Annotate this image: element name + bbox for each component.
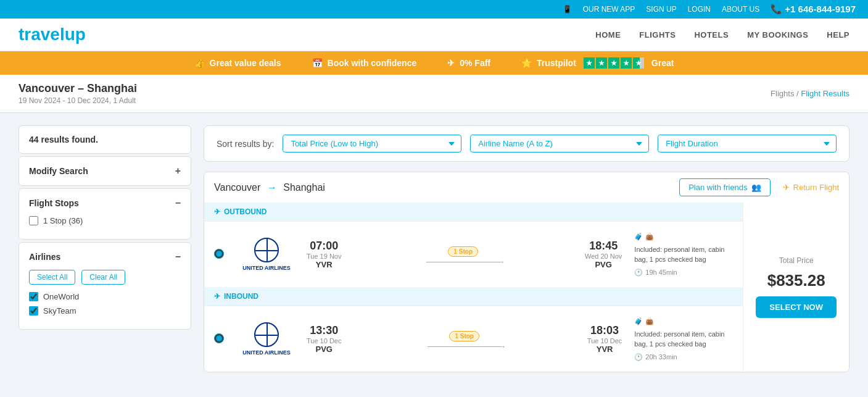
nav-help[interactable]: HELP: [827, 30, 849, 40]
inbound-airline-name: UNITED AIRLINES: [242, 349, 291, 356]
inbound-duration-text: 20h 33min: [645, 352, 677, 362]
outbound-arrive: 18:45 Wed 20 Nov PVG: [585, 240, 622, 269]
our-new-app-link[interactable]: OUR NEW APP: [583, 5, 635, 14]
route-arrow-icon: →: [267, 182, 277, 193]
inbound-baggage: 🧳 👜 Included: personal item, cabin bag, …: [634, 316, 733, 362]
results-panel: Sort results by: Total Price (Low to Hig…: [204, 125, 849, 382]
outbound-depart-time: 07:00: [307, 240, 341, 253]
select-now-button[interactable]: SELECT NOW: [756, 296, 837, 318]
inbound-stop-line: 1 Stop →: [350, 331, 578, 347]
star-1: ★: [584, 57, 595, 69]
trustpilot-rating: Great: [651, 58, 674, 68]
outbound-plane-icon: ✈: [214, 207, 220, 216]
mobile-app-icon: 📱: [563, 5, 572, 14]
nav-flights[interactable]: FLIGHTS: [639, 30, 676, 40]
airlines-label: Airlines: [29, 252, 60, 262]
outbound-arrow-icon: →: [497, 257, 505, 267]
flight-stops-section: Flight Stops − 1 Stop (36): [19, 188, 191, 240]
outbound-depart-airport: YVR: [307, 260, 341, 269]
flight-card-body: ✈ OUTBOUND UNITED AIRLINES: [204, 203, 849, 372]
outbound-select-radio[interactable]: [214, 249, 226, 261]
main-nav: HOME FLIGHTS HOTELS MY BOOKINGS HELP: [595, 30, 849, 40]
inbound-arrive-day: Tue 10 Dec: [587, 337, 622, 345]
star-2: ★: [596, 57, 607, 69]
flight-card-header: Vancouver → Shanghai Plan with friends 👥…: [204, 172, 849, 203]
sidebar: 44 results found. Modify Search + Flight…: [19, 125, 191, 382]
outbound-arrive-time: 18:45: [585, 240, 622, 253]
results-count: 44 results found.: [19, 125, 191, 154]
modify-search-toggle[interactable]: +: [175, 165, 181, 177]
skyteam-row: SkyTeam: [29, 306, 181, 316]
search-header: Vancouver – Shanghai 19 Nov 2024 - 10 De…: [0, 75, 868, 113]
promo-banner: 👍 Great value deals 📅 Book with confiden…: [0, 51, 868, 75]
top-bar: 📱 OUR NEW APP SIGN UP LOGIN ABOUT US 📞 +…: [0, 0, 868, 19]
sort-airline-select[interactable]: Airline Name (A to Z): [470, 135, 649, 153]
nav-bookings[interactable]: MY BOOKINGS: [747, 30, 808, 40]
promo-fee-text: 0% Faff: [460, 58, 490, 68]
select-all-button[interactable]: Select All: [29, 270, 75, 285]
flight-stops-label: Flight Stops: [29, 198, 79, 208]
airlines-section: Airlines − Select All Clear All OneWorld…: [19, 242, 191, 330]
return-flight-link[interactable]: ✈ Return Flight: [783, 183, 839, 192]
price-panel: Total Price $835.28 SELECT NOW: [743, 203, 849, 372]
sort-duration-select[interactable]: Flight Duration: [658, 135, 837, 153]
breadcrumb-results: Flight Results: [801, 89, 849, 98]
outbound-depart: 07:00 Tue 19 Nov YVR: [307, 240, 341, 269]
stop-option-row: 1 Stop (36): [29, 216, 181, 225]
oneworld-row: OneWorld: [29, 292, 181, 301]
stop-checkbox[interactable]: [29, 216, 38, 225]
flight-stops-body: 1 Stop (36): [29, 216, 181, 225]
sort-price-select[interactable]: Total Price (Low to High): [283, 135, 461, 153]
inbound-header: ✈ INBOUND: [204, 287, 743, 306]
route-subtitle: 19 Nov 2024 - 10 Dec 2024, 1 Adult: [19, 96, 137, 105]
sort-bar: Sort results by: Total Price (Low to Hig…: [204, 125, 849, 162]
skyteam-label: SkyTeam: [43, 306, 76, 316]
oneworld-checkbox[interactable]: [29, 292, 38, 301]
route-title: Vancouver – Shanghai: [19, 82, 137, 95]
inbound-arrow-icon: →: [498, 341, 506, 351]
plan-friends-button[interactable]: Plan with friends 👥: [679, 178, 770, 196]
star-4: ★: [621, 57, 632, 69]
inbound-row: UNITED AIRLINES 13:30 Tue 10 Dec PVG 1 S…: [204, 306, 743, 372]
trustpilot-label: Trustpilot: [537, 58, 576, 68]
plane-icon: ✈: [447, 58, 455, 68]
outbound-header: ✈ OUTBOUND: [204, 203, 743, 221]
login-link[interactable]: LOGIN: [688, 5, 711, 14]
inbound-depart-time: 13:30: [307, 324, 341, 337]
flight-stops-toggle[interactable]: −: [175, 198, 181, 209]
clear-all-button[interactable]: Clear All: [81, 270, 125, 285]
airline-actions: Select All Clear All: [29, 270, 181, 285]
calendar-icon: 📅: [312, 58, 323, 68]
skyteam-checkbox[interactable]: [29, 306, 38, 316]
nav-hotels[interactable]: HOTELS: [694, 30, 729, 40]
promo-deals-text: Great value deals: [210, 58, 281, 68]
logo: travelup: [19, 25, 86, 44]
inbound-arrive: 18:03 Tue 10 Dec YVR: [587, 324, 622, 354]
return-flight-label: Return Flight: [793, 183, 839, 192]
card-from: Vancouver: [214, 182, 260, 193]
inbound-times: 13:30 Tue 10 Dec PVG 1 Stop →: [307, 324, 622, 354]
promo-deals: 👍 Great value deals: [194, 58, 281, 68]
plane-return-icon: ✈: [783, 183, 790, 192]
promo-confidence-text: Book with confidence: [328, 58, 417, 68]
phone-number: 📞 +1 646-844-9197: [771, 4, 856, 15]
signup-link[interactable]: SIGN UP: [646, 5, 676, 14]
nav-home[interactable]: HOME: [595, 30, 621, 40]
oneworld-label: OneWorld: [43, 292, 79, 301]
breadcrumb-flights[interactable]: Flights: [771, 89, 794, 98]
inbound-stop-badge: 1 Stop: [449, 331, 479, 341]
airlines-toggle[interactable]: −: [175, 251, 181, 262]
outbound-label: OUTBOUND: [224, 207, 267, 216]
inbound-baggage-text: Included: personal item, cabin bag, 1 pc…: [634, 330, 724, 348]
inbound-arrive-airport: YVR: [587, 345, 622, 354]
outbound-duration: 🕐 19h 45min: [634, 267, 733, 278]
checked-bag-icon: 👜: [645, 232, 654, 242]
trustpilot-stars: ★ ★ ★ ★ ★: [584, 57, 644, 69]
inbound-personal-item-icon: 🧳: [634, 316, 643, 327]
route-info: Vancouver – Shanghai 19 Nov 2024 - 10 De…: [19, 82, 137, 105]
airlines-header: Airlines −: [29, 251, 181, 262]
about-link[interactable]: ABOUT US: [722, 5, 759, 14]
header-nav: travelup HOME FLIGHTS HOTELS MY BOOKINGS…: [0, 19, 868, 51]
inbound-select-radio[interactable]: [214, 333, 226, 345]
price-amount: $835.28: [767, 271, 825, 290]
